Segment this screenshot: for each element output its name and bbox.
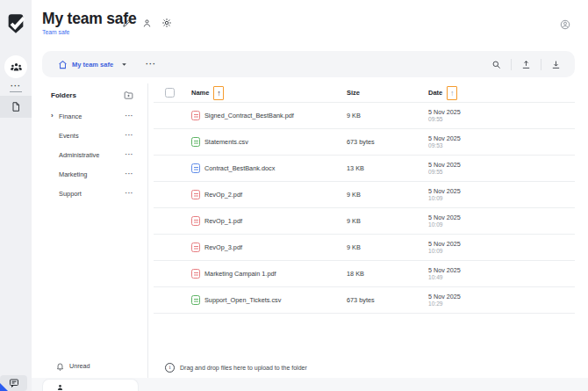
- table-row[interactable]: Marketing Campain 1.pdf 18 KB 5 Nov 2025…: [154, 261, 575, 287]
- workspace-breadcrumb-link[interactable]: Team safe: [42, 29, 69, 35]
- table-row[interactable]: Contract_BestBank.docx 13 KB 5 Nov 2025 …: [154, 156, 575, 182]
- team-group-icon: [10, 61, 23, 74]
- corner-accent: [0, 383, 8, 391]
- file-time: 09:53: [428, 142, 575, 150]
- folder-item-label: Support: [59, 190, 82, 198]
- toolbar-divider: [511, 59, 512, 70]
- icon-rail: ···: [0, 0, 32, 391]
- upload-dropzone[interactable]: i Drag and drop files here to upload to …: [154, 356, 575, 379]
- folder-more-options-icon[interactable]: ···: [125, 171, 134, 177]
- shield-logo-icon[interactable]: [7, 13, 25, 34]
- file-size: 13 KB: [347, 164, 428, 172]
- account-button[interactable]: [560, 19, 570, 30]
- folder-item-label: Marketing: [59, 170, 87, 178]
- home-icon[interactable]: [58, 60, 68, 69]
- file-time: 10:29: [428, 300, 575, 308]
- file-name: Signed_Contract_BestBank.pdf: [204, 112, 294, 119]
- person-icon: [142, 18, 152, 28]
- file-date: 5 Nov 2025: [428, 266, 575, 274]
- file-date: 5 Nov 2025: [428, 108, 575, 116]
- folder-item[interactable]: › Marketing ···: [42, 164, 140, 184]
- pdf-file-icon: [191, 190, 200, 199]
- folder-item[interactable]: › Support ···: [42, 184, 140, 203]
- pdf-file-icon: [191, 243, 200, 252]
- pdf-file-icon: [191, 216, 200, 226]
- name-sort-asc-icon-annotated[interactable]: ↑: [213, 86, 224, 100]
- upload-button[interactable]: [521, 60, 531, 69]
- file-rows: Signed_Contract_BestBank.pdf 9 KB 5 Nov …: [154, 103, 575, 314]
- file-date: 5 Nov 2025: [428, 240, 575, 248]
- toolbar-divider: [541, 59, 541, 70]
- file-size: 9 KB: [347, 191, 428, 199]
- file-size: 9 KB: [347, 217, 428, 225]
- sidebar-item-files[interactable]: [0, 96, 32, 118]
- file-name: Marketing Campain 1.pdf: [204, 270, 276, 278]
- settings-button[interactable]: [161, 18, 172, 28]
- file-time: 10:49: [428, 274, 575, 282]
- download-button[interactable]: [551, 60, 561, 69]
- folder-item[interactable]: › Finance ···: [42, 106, 140, 126]
- info-icon: i: [165, 363, 175, 373]
- column-header-name[interactable]: Name ↑: [191, 86, 347, 100]
- file-name: RevOp_2.pdf: [204, 191, 242, 199]
- table-row[interactable]: Signed_Contract_BestBank.pdf 9 KB 5 Nov …: [154, 103, 575, 129]
- more-spaces-icon[interactable]: ···: [0, 83, 32, 92]
- file-name: Support_Open_Tickets.csv: [204, 296, 281, 304]
- panel-divider: [147, 83, 148, 378]
- folder-item-label: Administrative: [59, 151, 99, 159]
- folders-panel-title: Folders: [51, 91, 76, 99]
- file-size: 9 KB: [347, 112, 428, 119]
- search-button[interactable]: [491, 60, 501, 69]
- file-time: 10:09: [428, 248, 575, 256]
- file-name: Statements.csv: [204, 138, 248, 146]
- chevron-down-icon[interactable]: [121, 62, 127, 68]
- pdf-file-icon: [191, 269, 200, 279]
- files-table: Name ↑ Size Date ↑ Signed_Contract_BestB…: [154, 83, 575, 378]
- new-folder-button[interactable]: [124, 91, 133, 100]
- toolbar-more-options-icon[interactable]: ···: [146, 61, 156, 68]
- folder-item[interactable]: › Events ···: [42, 126, 140, 145]
- file-size: 673 bytes: [347, 138, 428, 146]
- folder-more-options-icon[interactable]: ···: [125, 191, 134, 196]
- partial-bottom-card[interactable]: [42, 379, 139, 391]
- folder-more-options-icon[interactable]: ···: [125, 133, 134, 138]
- folder-item[interactable]: › Administrative ···: [42, 145, 140, 164]
- column-header-size[interactable]: Size: [347, 89, 428, 97]
- table-row[interactable]: Statements.csv 673 bytes 5 Nov 2025 09:5…: [154, 129, 575, 156]
- bell-icon: [56, 362, 64, 371]
- folder-more-options-icon[interactable]: ···: [125, 152, 134, 157]
- file-time: 10:09: [428, 221, 575, 229]
- dropzone-hint: Drag and drop files here to upload to th…: [180, 365, 307, 371]
- file-date: 5 Nov 2025: [428, 161, 575, 169]
- members-button[interactable]: [141, 18, 152, 28]
- gear-icon: [161, 18, 172, 28]
- table-header-row: Name ↑ Size Date ↑: [154, 83, 575, 103]
- account-circle-icon: [560, 19, 570, 30]
- csv-file-icon: [191, 295, 200, 305]
- file-size: 18 KB: [347, 270, 428, 278]
- edit-title-button[interactable]: [121, 18, 132, 28]
- date-sort-asc-icon-annotated[interactable]: ↑: [447, 86, 457, 100]
- file-size: 9 KB: [347, 243, 428, 251]
- unread-label: Unread: [69, 362, 90, 370]
- select-all-checkbox[interactable]: [165, 88, 175, 98]
- table-row[interactable]: RevOp_3.pdf 9 KB 5 Nov 2025 10:09: [154, 235, 575, 261]
- folder-item-label: Events: [59, 132, 79, 140]
- table-row[interactable]: RevOp_1.pdf 9 KB 5 Nov 2025 10:09: [154, 208, 575, 235]
- current-location-label[interactable]: My team safe: [72, 61, 113, 69]
- chevron-right-icon[interactable]: ›: [51, 112, 58, 119]
- table-row[interactable]: Support_Open_Tickets.csv 673 bytes 5 Nov…: [154, 287, 575, 314]
- docx-file-icon: [191, 163, 200, 173]
- folders-panel: Folders › Finance ··· › Events ··· › Adm…: [42, 83, 140, 378]
- team-space-avatar[interactable]: [4, 55, 27, 78]
- folder-list: › Finance ··· › Events ··· › Administrat…: [42, 106, 140, 203]
- file-time: 10:09: [428, 195, 575, 203]
- folder-item-label: Finance: [59, 112, 82, 120]
- file-date: 5 Nov 2025: [428, 134, 575, 142]
- table-row[interactable]: RevOp_2.pdf 9 KB 5 Nov 2025 10:09: [154, 182, 575, 208]
- column-header-date[interactable]: Date ↑: [428, 86, 575, 100]
- unread-filter-item[interactable]: Unread: [42, 356, 140, 376]
- pencil-icon: [122, 18, 132, 28]
- folder-more-options-icon[interactable]: ···: [125, 113, 134, 119]
- file-time: 09:55: [428, 169, 575, 177]
